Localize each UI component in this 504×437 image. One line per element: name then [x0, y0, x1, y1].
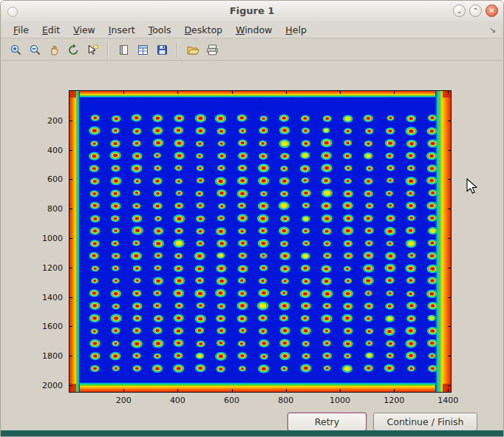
y-tick-label: 600 — [1, 175, 63, 184]
bottom-panel — [1, 430, 503, 436]
x-tick-label: 200 — [116, 396, 132, 405]
toolbar-rotate-3d-button[interactable] — [64, 41, 82, 58]
retry-button[interactable]: Retry — [287, 413, 367, 431]
toolbar-plot-layout-button[interactable] — [134, 41, 151, 58]
rotate-3d-icon — [67, 44, 80, 56]
continue-finish-button[interactable]: Continue / Finish — [373, 413, 477, 431]
minimize-button[interactable]: ⌄ — [453, 4, 466, 17]
toolbar-separator — [177, 42, 178, 57]
menubar: FileEditViewInsertToolsDesktopWindowHelp… — [1, 21, 503, 38]
x-tick-label: 1400 — [437, 396, 458, 405]
y-tick-label: 400 — [1, 145, 63, 155]
figure-content: 2004006008001000120014002004006008001000… — [1, 61, 503, 430]
zoom-out-icon — [29, 44, 41, 56]
y-tick-label: 1600 — [1, 322, 63, 331]
window-controls: ⌄ ⌃ ✕ — [453, 4, 498, 17]
menu-window[interactable]: Window — [229, 23, 279, 37]
toolbar-print-button[interactable] — [203, 41, 221, 58]
menu-help[interactable]: Help — [279, 23, 313, 37]
menu-insert[interactable]: Insert — [102, 23, 142, 37]
menu-overflow-icon[interactable]: ↘ — [489, 25, 497, 35]
toolbar-save-button[interactable] — [153, 41, 171, 58]
toolbar-separator — [107, 42, 109, 57]
menu-view[interactable]: View — [67, 23, 102, 37]
toolbar-data-cursor-button[interactable] — [84, 41, 101, 58]
titlebar[interactable]: Figure 1 ⌄ ⌃ ✕ — [1, 1, 503, 22]
data-cursor-icon — [86, 44, 99, 56]
x-tick-label: 400 — [170, 396, 185, 405]
window-title: Figure 1 — [1, 1, 503, 21]
y-tick-label: 800 — [1, 204, 63, 214]
close-button[interactable]: ✕ — [486, 4, 498, 17]
print-icon — [205, 44, 219, 56]
menu-edit[interactable]: Edit — [35, 23, 67, 37]
save-icon — [156, 44, 168, 56]
new-page-icon — [118, 44, 130, 56]
axes[interactable] — [69, 90, 452, 393]
heatmap-image[interactable] — [69, 91, 451, 392]
y-tick-label: 1400 — [1, 292, 63, 302]
y-tick-label: 1800 — [1, 351, 63, 361]
x-tick-label: 800 — [278, 396, 293, 405]
menu-file[interactable]: File — [7, 23, 35, 37]
toolbar-open-folder-button[interactable] — [184, 41, 202, 58]
figure-window: Figure 1 ⌄ ⌃ ✕ FileEditViewInsertToolsDe… — [0, 0, 504, 437]
toolbar-new-page-button[interactable] — [115, 41, 132, 58]
x-tick-label: 1200 — [384, 396, 404, 405]
toolbar-pan-button[interactable] — [45, 41, 63, 58]
toolbar-zoom-out-button[interactable] — [26, 41, 44, 58]
toolbar — [1, 39, 503, 61]
x-tick-label: 1000 — [330, 396, 350, 405]
pan-icon — [48, 44, 61, 56]
open-folder-icon — [186, 44, 200, 56]
toolbar-zoom-in-button[interactable] — [7, 41, 24, 58]
x-tick-label: 600 — [224, 396, 239, 405]
y-tick-label: 200 — [1, 115, 63, 125]
menu-desktop[interactable]: Desktop — [177, 23, 229, 37]
zoom-in-icon — [10, 44, 22, 56]
maximize-button[interactable]: ⌃ — [469, 4, 482, 17]
y-tick-label: 1200 — [1, 262, 63, 272]
y-tick-label: 2000 — [1, 381, 63, 390]
plot-layout-icon — [137, 44, 149, 56]
menu-tools[interactable]: Tools — [142, 23, 178, 37]
y-tick-label: 1000 — [1, 234, 63, 243]
